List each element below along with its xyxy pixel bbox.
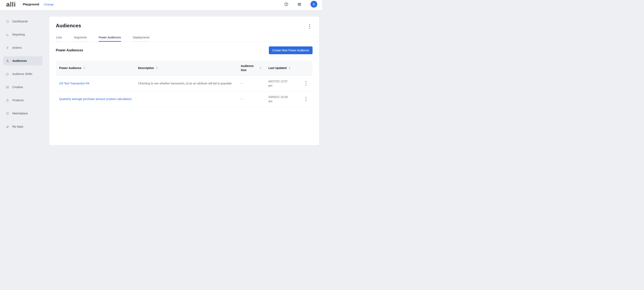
sidebar-item-audiences[interactable]: Audiences	[3, 56, 42, 65]
page-title: Audiences	[56, 23, 81, 29]
grid-blocks-icon	[6, 125, 9, 128]
row-menu-button[interactable]	[304, 96, 308, 103]
app-screen: alli Playground Change	[0, 0, 322, 145]
sidebar-item-products[interactable]: Products	[3, 96, 42, 105]
workspace-change-link[interactable]: Change	[44, 3, 54, 6]
tab-segments[interactable]: Segments	[74, 34, 87, 42]
workspace-switcher: Playground Change	[23, 3, 54, 8]
power-audience-link[interactable]: CR Test Transaction PA	[59, 81, 135, 86]
sidebar-item-marketplace[interactable]: Marketplace	[3, 109, 42, 118]
sort-icon	[289, 67, 290, 69]
sidebar-item-label: Reporting	[12, 33, 25, 36]
tab-deployments[interactable]: Deployments	[132, 34, 150, 42]
audience-size-cell: --	[238, 81, 265, 86]
description-cell: Checking to see whether transaction_id a…	[135, 81, 238, 86]
topbar-actions: E	[276, 1, 322, 9]
power-audiences-table: Power Audience Description Audience Size	[56, 60, 312, 107]
sort-icon	[260, 67, 261, 69]
sidebar-item-label: Audience Shifts	[12, 72, 32, 76]
last-updated-cell: 03/03/21 10:28 am	[265, 95, 300, 104]
sidebar-item-dashboards[interactable]: Dashboards	[3, 17, 42, 26]
row-actions-cell	[300, 96, 312, 103]
create-new-power-audience-button[interactable]: Create New Power Audience	[269, 47, 312, 54]
user-avatar[interactable]: E	[310, 1, 317, 8]
table-header-row: Power Audience Description Audience Size	[56, 60, 312, 76]
gauge-icon	[6, 20, 9, 23]
sidebar-item-label: Actions	[12, 46, 22, 49]
sidebar-item-label: Audiences	[12, 59, 27, 63]
app-shell: Dashboards Reporting Actions	[0, 10, 322, 145]
column-header-description[interactable]: Description	[135, 66, 238, 70]
main-content: Audiences Lists Segments Power Audiences…	[49, 10, 322, 145]
sidebar-item-label: Dashboards	[12, 20, 28, 23]
tab-lists[interactable]: Lists	[56, 34, 62, 42]
sort-icon	[156, 67, 158, 69]
column-header-power-audience[interactable]: Power Audience	[56, 66, 135, 70]
sort-icon	[83, 67, 85, 69]
power-audience-name-cell: CR Test Transaction PA	[56, 81, 135, 86]
tab-bar: Lists Segments Power Audiences Deploymen…	[49, 34, 319, 42]
sidebar: Dashboards Reporting Actions	[0, 10, 49, 145]
last-updated-cell: 04/27/22 12:57 pm	[265, 79, 300, 88]
help-circle-icon[interactable]	[284, 2, 288, 7]
bar-chart-icon	[6, 33, 9, 36]
table-row: Quarterly average purchase amount (custo…	[56, 91, 312, 107]
tab-power-audiences[interactable]: Power Audiences	[98, 34, 121, 42]
sidebar-item-reporting[interactable]: Reporting	[3, 30, 42, 39]
column-header-last-updated[interactable]: Last Updated	[265, 66, 300, 70]
workspace-name: Playground	[23, 3, 39, 6]
sidebar-item-creative[interactable]: Creative	[3, 83, 42, 92]
thumbs-up-icon	[6, 72, 9, 76]
gift-icon[interactable]	[297, 2, 302, 7]
alli-logo: alli	[6, 1, 16, 9]
lightning-icon	[6, 46, 9, 50]
sidebar-item-my-apps[interactable]: My Apps	[3, 122, 42, 131]
power-audience-link[interactable]: Quarterly average purchase amount (custo…	[59, 97, 135, 101]
sidebar-item-audience-shifts[interactable]: Audience Shifts	[3, 69, 42, 79]
section-title: Power Audiences	[56, 49, 83, 52]
audience-size-cell: --	[238, 97, 265, 101]
column-header-audience-size[interactable]: Audience Size	[238, 64, 265, 72]
compass-icon	[6, 112, 9, 115]
power-audience-name-cell: Quarterly average purchase amount (custo…	[56, 97, 135, 101]
card-menu-button[interactable]	[308, 23, 311, 30]
card-header: Audiences	[49, 17, 319, 30]
sidebar-item-label: Products	[12, 99, 24, 102]
topbar-divider	[21, 0, 21, 9]
sidebar-item-actions[interactable]: Actions	[3, 43, 42, 52]
row-menu-button[interactable]	[304, 80, 308, 87]
table-row: CR Test Transaction PA Checking to see w…	[56, 76, 312, 91]
sidebar-item-label: Marketplace	[12, 112, 28, 115]
topbar: alli Playground Change	[0, 0, 322, 10]
sidebar-item-label: My Apps	[12, 125, 24, 128]
row-actions-cell	[300, 80, 312, 87]
image-icon	[6, 85, 9, 89]
audiences-card: Audiences Lists Segments Power Audiences…	[49, 17, 319, 145]
sidebar-item-label: Creative	[12, 85, 23, 89]
person-star-icon	[6, 59, 9, 63]
shopping-bag-icon	[6, 99, 9, 102]
section-header-row: Power Audiences Create New Power Audienc…	[49, 42, 319, 60]
